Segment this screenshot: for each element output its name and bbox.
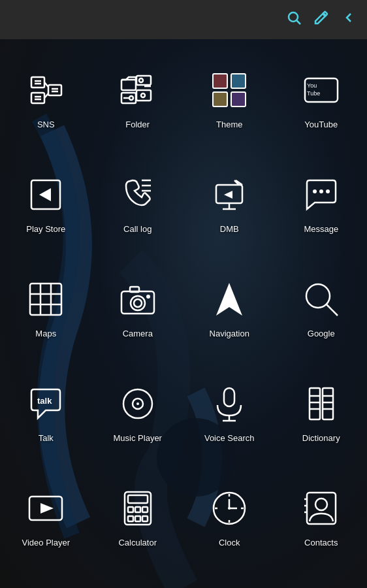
folder-label: Folder	[125, 120, 150, 129]
svg-point-57	[136, 402, 139, 405]
youtube-icon: You Tube	[298, 67, 344, 113]
message-label: Message	[304, 224, 338, 234]
search-icon[interactable]	[286, 10, 302, 29]
svg-point-84	[228, 507, 231, 510]
svg-rect-3	[31, 77, 44, 88]
svg-rect-24	[231, 74, 246, 88]
camera-label: Camera	[123, 329, 153, 338]
navigation-label: Navigation	[210, 329, 249, 338]
music-player-icon	[115, 381, 161, 427]
app-item-clock[interactable]: Clock	[184, 464, 276, 568]
svg-line-2	[297, 21, 301, 25]
music-player-label: Music Player	[114, 433, 162, 443]
calculator-icon	[115, 485, 161, 531]
svg-point-90	[315, 498, 327, 510]
svg-point-52	[306, 284, 330, 308]
svg-rect-14	[121, 80, 136, 90]
talk-label: Talk	[39, 433, 54, 443]
svg-rect-78	[135, 516, 140, 521]
svg-rect-20	[136, 90, 151, 101]
app-item-call-log[interactable]: Call log	[92, 150, 184, 255]
app-item-contacts[interactable]: Contacts	[276, 464, 368, 568]
app-item-maps[interactable]: Maps	[0, 255, 92, 359]
svg-point-39	[319, 189, 323, 193]
header-actions	[286, 10, 357, 29]
svg-rect-41	[30, 284, 61, 315]
app-item-calculator[interactable]: Calculator	[92, 464, 184, 568]
app-item-video-player[interactable]: Video Player	[0, 464, 92, 568]
app-item-youtube[interactable]: You Tube YouTube	[276, 46, 368, 150]
contacts-icon	[298, 485, 344, 531]
svg-rect-49	[130, 287, 139, 292]
clock-icon	[206, 485, 252, 531]
maps-icon	[23, 276, 69, 322]
svg-rect-6	[31, 93, 44, 103]
maps-label: Maps	[35, 329, 56, 338]
message-icon	[298, 172, 344, 218]
voice-search-label: Voice Search	[204, 433, 255, 443]
app-item-dmb[interactable]: DMB	[184, 150, 276, 255]
sns-label: SNS	[37, 120, 55, 129]
call-log-label: Call log	[123, 224, 152, 234]
svg-point-38	[313, 189, 317, 193]
svg-rect-89	[307, 493, 336, 524]
apps-grid: SNS Folder Theme You Tube YouTube Play S…	[0, 39, 367, 575]
svg-point-40	[326, 189, 330, 193]
svg-line-53	[327, 304, 338, 316]
dmb-icon	[206, 172, 252, 218]
app-item-navigation[interactable]: Navigation	[184, 255, 276, 359]
app-item-talk[interactable]: talk Talk	[0, 359, 92, 464]
svg-text:You: You	[307, 82, 317, 89]
svg-rect-23	[213, 92, 227, 106]
svg-point-21	[141, 93, 145, 97]
edit-icon[interactable]	[313, 10, 329, 29]
play-store-label: Play Store	[26, 224, 65, 234]
sns-icon	[23, 67, 69, 113]
svg-text:talk: talk	[37, 396, 52, 406]
camera-icon	[115, 276, 161, 322]
svg-rect-62	[310, 388, 320, 419]
app-item-message[interactable]: Message	[276, 150, 368, 255]
contacts-label: Contacts	[304, 538, 338, 547]
svg-rect-9	[48, 85, 61, 95]
app-item-camera[interactable]: Camera	[92, 255, 184, 359]
svg-rect-77	[128, 516, 133, 521]
theme-icon	[206, 67, 252, 113]
svg-point-1	[289, 12, 298, 22]
svg-point-18	[129, 96, 133, 100]
svg-rect-59	[224, 388, 234, 406]
dictionary-icon	[298, 381, 344, 427]
svg-rect-73	[128, 495, 148, 503]
voice-search-icon	[206, 381, 252, 427]
app-item-voice-search[interactable]: Voice Search	[184, 359, 276, 464]
svg-marker-51	[216, 283, 242, 316]
svg-rect-76	[142, 507, 148, 512]
talk-icon: talk	[23, 381, 69, 427]
app-item-sns[interactable]: SNS	[0, 46, 92, 150]
google-label: Google	[308, 329, 335, 338]
svg-rect-22	[213, 74, 227, 88]
call-log-icon	[115, 172, 161, 218]
folder-icon	[115, 67, 161, 113]
app-item-dictionary[interactable]: Dictionary	[276, 359, 368, 464]
svg-point-47	[131, 296, 145, 310]
svg-marker-71	[40, 503, 54, 514]
video-player-label: Video Player	[22, 538, 70, 547]
clock-label: Clock	[219, 538, 240, 547]
dmb-label: DMB	[220, 224, 239, 234]
google-icon	[298, 276, 344, 322]
back-icon[interactable]	[341, 10, 357, 29]
app-item-play-store[interactable]: Play Store	[0, 150, 92, 255]
navigation-icon	[206, 276, 252, 322]
app-header	[0, 0, 367, 39]
svg-rect-74	[128, 507, 133, 512]
app-item-google[interactable]: Google	[276, 255, 368, 359]
svg-text:Tube: Tube	[307, 90, 320, 97]
app-item-folder[interactable]: Folder	[92, 46, 184, 150]
app-item-theme[interactable]: Theme	[184, 46, 276, 150]
app-item-music-player[interactable]: Music Player	[92, 359, 184, 464]
svg-point-50	[146, 295, 150, 299]
theme-label: Theme	[216, 120, 242, 129]
youtube-label: YouTube	[304, 120, 338, 129]
svg-point-48	[134, 299, 142, 307]
